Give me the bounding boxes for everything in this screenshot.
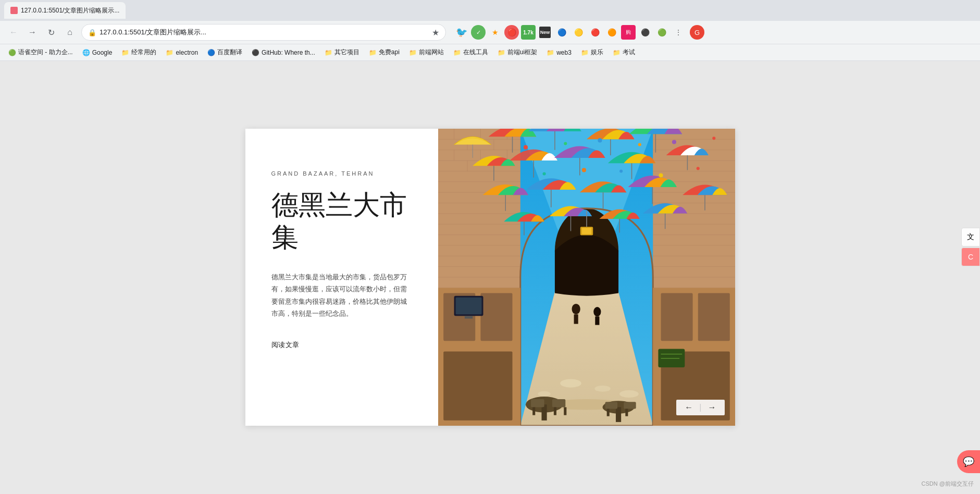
active-tab[interactable]: 127.0.0.1:5501/文章图片缩略展示...	[4, 2, 126, 19]
url-input[interactable]	[100, 29, 429, 36]
bookmark-star-button[interactable]: ★	[432, 28, 439, 38]
back-button[interactable]: ←	[6, 25, 21, 40]
folder-icon: 📁	[581, 49, 589, 56]
ext-icon-12[interactable]: 🟢	[654, 25, 669, 40]
article-title: 德黑兰大市集	[271, 189, 412, 254]
bookmark-label: electron	[176, 49, 198, 56]
bookmark-baidu[interactable]: 🔵 百度翻译	[203, 46, 246, 59]
svg-rect-125	[574, 314, 578, 324]
article-subtitle: GRAND BAZAAR, TEHRAN	[271, 170, 412, 177]
extensions-area: 🐦 ✓ ★ 🔴 1.7k New 🔵 🟡 🔴 🟠 购 ⚫ 🟢 ⋮ G	[454, 25, 704, 40]
bookmark-label: 免费api	[379, 48, 400, 57]
toolbar: ← → ↻ ⌂ 🔒 ★ 🐦 ✓ ★ 🔴 1.7k New 🔵 🟡 🔴 🟠 购	[0, 21, 980, 44]
bookmark-web3[interactable]: 📁 web3	[542, 46, 576, 59]
ext-icon-8[interactable]: 🔴	[588, 25, 602, 40]
svg-rect-100	[455, 298, 481, 315]
watermark: CSDN @前端交互仔	[922, 480, 974, 488]
svg-point-133	[598, 138, 602, 142]
bookmark-label: 娱乐	[591, 48, 603, 57]
reload-button[interactable]: ↻	[44, 25, 58, 40]
svg-rect-97	[698, 293, 729, 341]
bookmark-yuque[interactable]: 🟢 语雀空间 - 助力企...	[4, 46, 77, 59]
bookmark-common[interactable]: 📁 经常用的	[117, 46, 160, 59]
folder-icon: 📁	[121, 49, 129, 56]
folder-icon: 📁	[498, 49, 505, 56]
ext-icon-3[interactable]: ★	[488, 25, 502, 40]
svg-rect-116	[605, 402, 617, 409]
svg-point-138	[581, 168, 586, 172]
ext-icon-13[interactable]: ⋮	[671, 25, 686, 40]
settings-button[interactable]: C	[961, 248, 980, 266]
svg-point-135	[672, 140, 676, 144]
google-icon: 🌐	[82, 49, 90, 56]
bookmark-entertainment[interactable]: 📁 娱乐	[577, 46, 607, 59]
translate-icon: 🔵	[207, 49, 215, 56]
bookmark-label: 考试	[623, 48, 635, 57]
svg-rect-130	[581, 228, 591, 234]
svg-point-123	[619, 390, 639, 398]
floating-icon: 💬	[963, 456, 974, 467]
bookmark-google[interactable]: 🌐 Google	[78, 46, 117, 59]
svg-rect-94	[443, 352, 512, 421]
svg-rect-109	[532, 407, 535, 415]
ext-icon-9[interactable]: 🟠	[604, 25, 619, 40]
bookmark-label: 在线工具	[463, 48, 488, 57]
bookmark-other[interactable]: 📁 其它项目	[320, 46, 364, 59]
svg-rect-127	[595, 316, 599, 325]
svg-point-134	[638, 143, 641, 146]
new-label: New	[540, 30, 550, 35]
next-image-button[interactable]: →	[706, 403, 718, 412]
bookmark-label: web3	[556, 49, 572, 56]
svg-rect-96	[661, 293, 692, 341]
folder-icon: 📁	[166, 49, 173, 56]
folder-icon: 📁	[369, 49, 377, 56]
ext-icon-5[interactable]: 1.7k	[521, 25, 536, 40]
bookmark-label: 经常用的	[131, 48, 156, 57]
bookmark-ui[interactable]: 📁 前端ui框架	[493, 46, 541, 59]
ext-icon-new[interactable]: New	[538, 25, 552, 40]
ext-icon-6[interactable]: 🔵	[554, 25, 569, 40]
article-image-panel: ← | →	[438, 129, 735, 426]
bookmark-frontend[interactable]: 📁 前端网站	[405, 46, 448, 59]
bookmark-tools[interactable]: 📁 在线工具	[449, 46, 492, 59]
home-button[interactable]: ⌂	[63, 25, 77, 40]
folder-icon: 🟢	[8, 49, 16, 56]
ext-icon-2[interactable]: ✓	[471, 25, 486, 40]
ext-icon-1[interactable]: 🐦	[454, 25, 469, 40]
bookmark-label: 百度翻译	[217, 48, 242, 57]
bookmark-label: 前端ui框架	[507, 48, 537, 57]
svg-rect-113	[564, 407, 566, 415]
bookmark-github[interactable]: ⚫ GitHub: Where th...	[247, 46, 319, 59]
bookmark-exam[interactable]: 📁 考试	[609, 46, 639, 59]
tab-bar: 127.0.0.1:5501/文章图片缩略展示...	[0, 0, 980, 21]
read-article-link[interactable]: 阅读文章	[271, 340, 412, 350]
article-text-panel: GRAND BAZAAR, TEHRAN 德黑兰大市集 德黑兰大市集是当地最大的…	[245, 129, 438, 426]
ext-icon-10[interactable]: 购	[621, 25, 636, 40]
ext-icon-7[interactable]: 🟡	[571, 25, 586, 40]
ext-icon-11[interactable]: ⚫	[638, 25, 652, 40]
right-panel: 文 C	[961, 228, 980, 266]
svg-point-126	[593, 307, 601, 316]
svg-rect-111	[552, 399, 565, 407]
floating-bottom-button[interactable]: 💬	[957, 450, 980, 473]
bookmark-label: 前端网站	[419, 48, 444, 57]
svg-rect-93	[480, 293, 512, 341]
folder-icon: 📁	[453, 49, 461, 56]
svg-point-136	[712, 137, 715, 140]
forward-button[interactable]: →	[25, 25, 40, 40]
bookmark-label: 其它项目	[334, 48, 359, 57]
svg-rect-110	[542, 407, 545, 415]
svg-point-131	[523, 145, 527, 150]
svg-rect-115	[615, 407, 621, 422]
ext-icon-4[interactable]: 🔴	[504, 25, 519, 40]
account-button[interactable]: G	[690, 25, 704, 40]
bookmark-api[interactable]: 📁 免费api	[365, 46, 404, 59]
prev-image-button[interactable]: ←	[683, 403, 695, 412]
address-bar[interactable]: 🔒 ★	[81, 24, 446, 41]
svg-rect-119	[625, 409, 628, 416]
svg-rect-118	[624, 402, 636, 409]
bookmark-label: 语雀空间 - 助力企...	[18, 48, 73, 57]
bookmarks-bar: 🟢 语雀空间 - 助力企... 🌐 Google 📁 经常用的 📁 electr…	[0, 44, 980, 60]
bookmark-electron[interactable]: 📁 electron	[162, 46, 202, 59]
translate-button[interactable]: 文	[961, 228, 980, 246]
